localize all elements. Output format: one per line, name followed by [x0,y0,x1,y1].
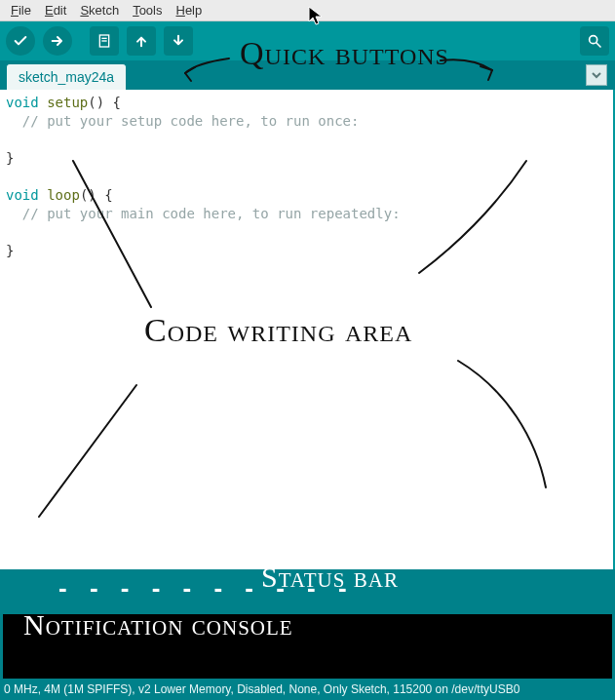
menu-sketch[interactable]: Sketch [73,2,126,19]
footer-board-info: 0 MHz, 4M (1M SPIFFS), v2 Lower Memory, … [0,679,615,700]
tab-sketch[interactable]: sketch_may24a [6,63,127,90]
save-sketch-button[interactable] [164,26,193,56]
status-bar [0,569,615,614]
toolbar [0,21,615,60]
menu-file[interactable]: File [4,2,38,19]
arrow-down-icon [171,33,186,49]
upload-button[interactable] [43,26,72,56]
magnify-icon [587,33,602,49]
tab-dropdown-button[interactable] [586,64,607,86]
menu-help[interactable]: Help [169,2,209,19]
serial-monitor-button[interactable] [580,26,609,56]
code-editor[interactable]: void setup() { // put your setup code he… [0,90,615,569]
chevron-down-icon [592,70,601,80]
open-sketch-button[interactable] [127,26,156,56]
arrow-up-icon [134,33,149,49]
new-sketch-button[interactable] [90,26,119,56]
tab-strip: sketch_may24a [0,60,615,90]
svg-line-4 [596,43,600,47]
menu-tools[interactable]: Tools [126,2,169,19]
file-icon [96,33,112,49]
verify-button[interactable] [6,26,35,56]
menu-bar: File Edit Sketch Tools Help [0,0,615,21]
arrow-right-icon [50,33,65,49]
menu-edit[interactable]: Edit [38,2,73,19]
notification-console[interactable] [0,614,615,679]
check-icon [13,33,28,49]
